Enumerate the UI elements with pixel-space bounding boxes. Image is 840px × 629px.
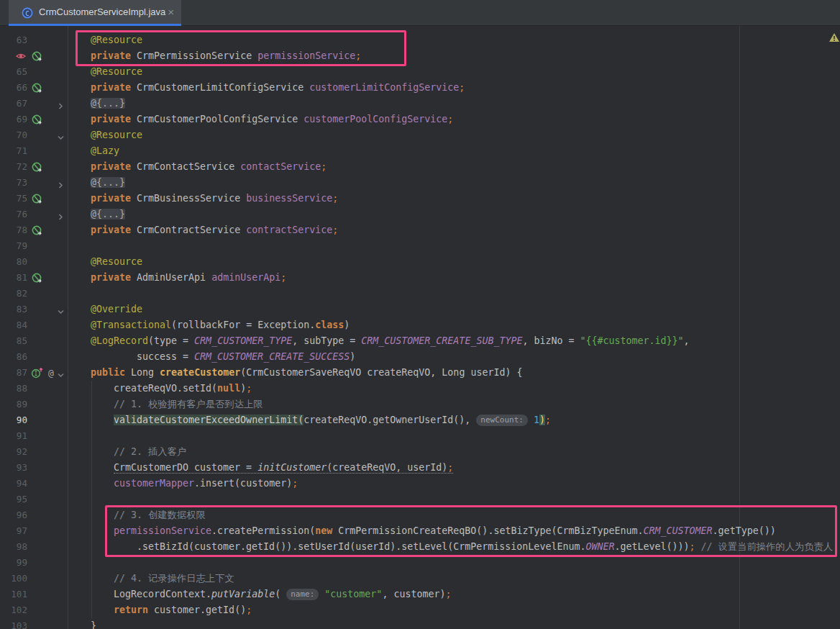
line-number: 102 xyxy=(0,602,27,618)
code-line[interactable]: 86success = CRM_CUSTOMER_CREATE_SUCCESS) xyxy=(0,349,840,365)
line-number: 86 xyxy=(0,349,27,365)
code-token: ; xyxy=(292,478,298,489)
code-token: CrmPermissionService xyxy=(131,50,257,61)
gutter: 66 xyxy=(0,80,68,96)
code-line[interactable]: 101LogRecordContext.putVariable( name: "… xyxy=(0,587,840,602)
code-line[interactable]: 99 xyxy=(0,555,840,571)
implements-method-icon[interactable]: I xyxy=(31,367,43,379)
code-line[interactable]: 69private CrmCustomerPoolConfigService c… xyxy=(0,112,840,127)
code-token: CrmBusinessService xyxy=(131,193,246,204)
spring-bean-icon[interactable] xyxy=(31,50,43,62)
code-line[interactable]: 70@Resource xyxy=(0,127,840,143)
code-token: ; xyxy=(459,82,465,93)
code-token: "{{#customer.id}}" xyxy=(580,335,684,346)
line-number: 79 xyxy=(0,238,27,254)
code-token: .createPermission( xyxy=(211,525,315,536)
code-line[interactable]: 71@Lazy xyxy=(0,143,840,159)
folded-region[interactable]: @{...} xyxy=(91,98,125,109)
code-line[interactable]: 66private CrmCustomerLimitConfigService … xyxy=(0,80,840,96)
tab-crm-customer-service-impl[interactable]: C CrmCustomerServiceImpl.java × xyxy=(9,0,181,26)
code-token: ) xyxy=(350,351,355,362)
line-number: 92 xyxy=(0,444,27,460)
gutter: 100 xyxy=(0,571,68,587)
gutter: 83 xyxy=(0,302,68,317)
code-line[interactable]: 93CrmCustomerDO customer = initCustomer(… xyxy=(0,460,840,476)
code-line[interactable]: 94customerMapper.insert(customer); xyxy=(0,476,840,492)
code-line[interactable]: 72private CrmContactService contactServi… xyxy=(0,159,840,175)
code-line[interactable]: 84@Transactional(rollbackFor = Exception… xyxy=(0,317,840,333)
code-token: success = xyxy=(137,351,194,362)
inspection-warning-icon[interactable] xyxy=(828,32,840,42)
code-token: ; xyxy=(355,50,361,61)
code-line[interactable]: 96// 3. 创建数据权限 xyxy=(0,507,840,523)
code-line[interactable]: 90validateCustomerExceedOwnerLimit(creat… xyxy=(0,412,840,428)
code-line[interactable]: 98.setBizId(customer.getId()).setUserId(… xyxy=(0,539,840,555)
fold-collapsed-icon[interactable] xyxy=(57,210,65,219)
spring-bean-icon[interactable] xyxy=(31,225,43,236)
code-token: // 4. 记录操作日志上下文 xyxy=(114,573,234,584)
code-line[interactable]: 80@Resource xyxy=(0,254,840,270)
fold-expanded-icon[interactable] xyxy=(57,305,65,314)
code-line[interactable]: 87I@public Long createCustomer(CrmCustom… xyxy=(0,365,840,381)
code-line[interactable]: 83@Override xyxy=(0,302,840,317)
fold-collapsed-icon[interactable] xyxy=(57,178,65,187)
line-number: 83 xyxy=(0,302,27,317)
spring-bean-icon[interactable] xyxy=(31,114,43,125)
annotated-method-icon[interactable]: @ xyxy=(45,367,58,379)
code-line[interactable]: 81private AdminUserApi adminUserApi; xyxy=(0,270,840,286)
gutter: 87I@ xyxy=(0,365,68,381)
code-token: initCustomer xyxy=(257,462,327,473)
line-number: 95 xyxy=(0,492,27,507)
gutter: 78 xyxy=(0,222,68,238)
field-watchpoint-icon[interactable] xyxy=(15,50,27,62)
code-line[interactable]: 75private CrmBusinessService businessSer… xyxy=(0,191,840,207)
gutter: 82 xyxy=(0,286,68,302)
code-line[interactable]: 89// 1. 校验拥有客户是否到达上限 xyxy=(0,397,840,412)
code-line[interactable]: 103} xyxy=(0,618,840,629)
code-line[interactable]: 85@LogRecord(type = CRM_CUSTOMER_TYPE, s… xyxy=(0,333,840,349)
line-number: 66 xyxy=(0,80,27,96)
code-line[interactable]: 91 xyxy=(0,428,840,444)
code-line[interactable]: 78private CrmContractService contractSer… xyxy=(0,222,840,238)
code-line[interactable]: 67@{...} xyxy=(0,96,840,112)
code-line[interactable]: private CrmPermissionService permissionS… xyxy=(0,48,840,64)
code-line[interactable]: 82 xyxy=(0,286,840,302)
spring-bean-icon[interactable] xyxy=(31,193,43,204)
code-token: customerMapper xyxy=(114,478,194,489)
code-token: createCustomer xyxy=(160,367,240,378)
code-line[interactable]: 65@Resource xyxy=(0,64,840,80)
code-line[interactable]: 102return customer.getId(); xyxy=(0,602,840,618)
code-token: ; xyxy=(545,415,551,425)
code-line[interactable]: 95 xyxy=(0,492,840,507)
code-token: ; xyxy=(280,272,286,283)
code-token: private xyxy=(91,114,131,125)
gutter: 79 xyxy=(0,238,68,254)
code-editor[interactable]: 63@Resourceprivate CrmPermissionService … xyxy=(0,26,840,629)
code-token: // 3. 创建数据权限 xyxy=(114,510,206,520)
line-number: 91 xyxy=(0,428,27,444)
folded-region[interactable]: @{...} xyxy=(91,209,125,220)
code-line[interactable]: 76@{...} xyxy=(0,207,840,222)
spring-bean-icon[interactable] xyxy=(31,272,43,284)
gutter: 65 xyxy=(0,64,68,80)
code-line[interactable]: 92// 2. 插入客户 xyxy=(0,444,840,460)
code-line[interactable]: 79 xyxy=(0,238,840,254)
folded-region[interactable]: @{...} xyxy=(91,177,125,188)
spring-bean-icon[interactable] xyxy=(31,161,43,173)
spring-bean-icon[interactable] xyxy=(31,82,43,94)
code-line[interactable]: 97permissionService.createPermission(new… xyxy=(0,523,840,539)
tab-title: CrmCustomerServiceImpl.java xyxy=(39,6,165,17)
code-token: createReqVO.setId( xyxy=(114,383,217,394)
code-token: ; xyxy=(445,589,451,599)
code-token: createReqVO.getOwnerUserId(), xyxy=(303,415,476,425)
close-tab-icon[interactable]: × xyxy=(168,6,174,18)
code-line[interactable]: 63@Resource xyxy=(0,32,840,48)
code-token: .insert(customer) xyxy=(194,478,292,489)
code-line[interactable]: 100// 4. 记录操作日志上下文 xyxy=(0,571,840,587)
fold-expanded-icon[interactable] xyxy=(57,368,65,377)
fold-collapsed-icon[interactable] xyxy=(57,99,65,108)
code-token: @Override xyxy=(91,304,142,314)
code-line[interactable]: 73@{...} xyxy=(0,175,840,191)
code-line[interactable]: 88createReqVO.setId(null); xyxy=(0,381,840,397)
fold-expanded-icon[interactable] xyxy=(57,131,65,140)
